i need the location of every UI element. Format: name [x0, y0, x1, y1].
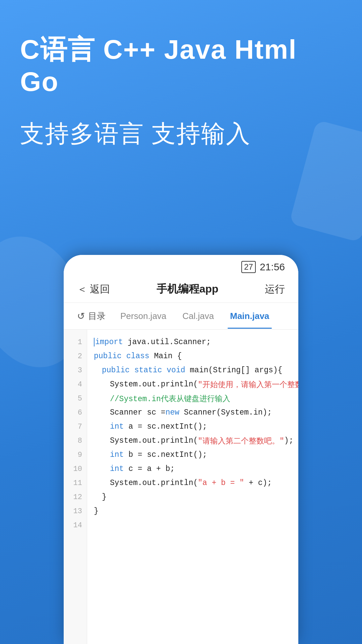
tab-folder-label: 目录: [88, 310, 106, 322]
line-num-9: 9: [64, 448, 87, 462]
run-button[interactable]: 运行: [265, 282, 285, 296]
code-content[interactable]: import java.util.Scanner; public class M…: [87, 330, 298, 644]
code-line-13: }: [94, 504, 292, 518]
line-num-10: 10: [64, 462, 87, 476]
app-header: ＜ 返回 手机编程app 运行: [64, 276, 298, 303]
code-line-10: int c = a + b;: [110, 462, 292, 476]
code-line-12: }: [102, 490, 292, 504]
line-num-13: 13: [64, 504, 87, 518]
status-bar: 27 21:56: [64, 255, 298, 276]
hero-text-area: C语言 C++ Java Html Go 支持多语言 支持输入: [20, 34, 342, 150]
line-num-6: 6: [64, 406, 87, 420]
status-time: 21:56: [260, 261, 285, 273]
tab-cal-java[interactable]: Cal.java: [174, 304, 222, 329]
line-num-8: 8: [64, 434, 87, 448]
code-line-11: System.out.println( "a + b = " + c);: [110, 476, 292, 490]
code-editor[interactable]: 1 2 3 4 5 6 7 8 9 10 11 12 13 14 import: [64, 330, 298, 644]
tab-main-java[interactable]: Main.java: [222, 304, 277, 329]
hero-subtitle: 支持多语言 支持输入: [20, 118, 342, 150]
code-line-8: System.out.println( "请输入第二个整数吧。" );: [110, 434, 292, 448]
line-num-1: 1: [64, 335, 87, 349]
line-num-2: 2: [64, 349, 87, 363]
code-line-14: [94, 518, 292, 532]
line-num-7: 7: [64, 420, 87, 434]
tab-bar: ↺ 目录 Person.java Cal.java Main.java: [64, 303, 298, 330]
code-line-3: public static void main(String[] args){: [102, 363, 292, 377]
line-num-4: 4: [64, 377, 87, 391]
battery-indicator: 27: [241, 261, 256, 273]
folder-icon: ↺: [77, 311, 85, 322]
code-line-6: Scanner sc = new Scanner(System.in);: [110, 406, 292, 420]
back-button[interactable]: ＜ 返回: [77, 282, 110, 296]
code-line-2: public class Main {: [94, 349, 292, 363]
phone-inner: 27 21:56 ＜ 返回 手机编程app 运行 ↺ 目录 Person.jav…: [64, 255, 298, 644]
line-num-14: 14: [64, 518, 87, 532]
code-line-1: import java.util.Scanner;: [94, 335, 292, 349]
tab-person-java[interactable]: Person.java: [112, 304, 174, 329]
code-line-9: int b = sc.nextInt();: [110, 448, 292, 462]
line-num-12: 12: [64, 490, 87, 504]
code-line-4: System.out.println( "开始使用，请输入第一个整数吧。" );: [110, 377, 292, 391]
tab-folder[interactable]: ↺ 目录: [70, 303, 112, 329]
code-line-5: //System.in代表从键盘进行输入: [110, 391, 292, 406]
line-num-3: 3: [64, 363, 87, 377]
line-num-11: 11: [64, 476, 87, 490]
kw-import: import: [94, 338, 123, 346]
phone-mockup: 27 21:56 ＜ 返回 手机编程app 运行 ↺ 目录 Person.jav…: [64, 255, 298, 644]
line-num-5: 5: [64, 391, 87, 406]
line-numbers: 1 2 3 4 5 6 7 8 9 10 11 12 13 14: [64, 330, 87, 644]
code-line-7: int a = sc.nextInt();: [110, 420, 292, 434]
app-title: 手机编程app: [157, 282, 219, 297]
hero-title: C语言 C++ Java Html Go: [20, 34, 342, 98]
